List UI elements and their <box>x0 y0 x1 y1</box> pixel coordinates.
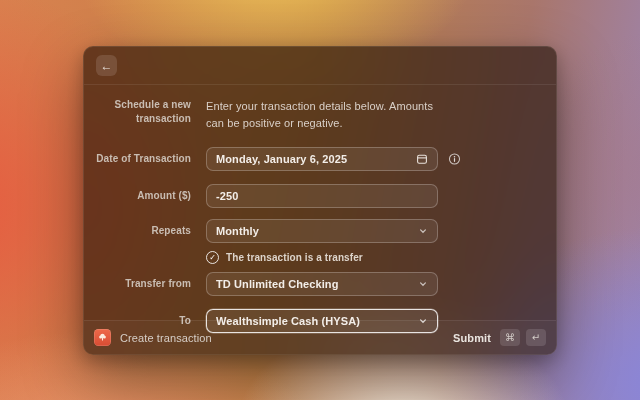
date-label: Date of Transaction <box>84 152 191 166</box>
schedule-transaction-dialog: ← Schedule a new transaction Enter your … <box>83 46 557 355</box>
amount-input[interactable] <box>206 184 438 208</box>
dialog-body: Schedule a new transaction Enter your tr… <box>84 85 556 333</box>
amount-row: Amount ($) <box>84 184 556 208</box>
transfer-checkbox[interactable]: ✓ The transaction is a transfer <box>206 251 438 264</box>
transfer-from-select[interactable]: TD Unlimited Checking <box>206 272 438 296</box>
lunch-money-app-icon <box>94 329 111 346</box>
submit-label: Submit <box>453 332 491 344</box>
date-field[interactable]: Monday, January 6, 2025 <box>206 147 438 171</box>
date-value: Monday, January 6, 2025 <box>216 153 410 165</box>
submit-button[interactable]: Submit ⌘ ↵ <box>453 329 546 346</box>
transfer-checkbox-row: ✓ The transaction is a transfer <box>84 251 556 264</box>
section-description: Enter your transaction details below. Am… <box>206 98 446 131</box>
dialog-footer: Create transaction Submit ⌘ ↵ <box>84 320 556 354</box>
repeats-select[interactable]: Monthly <box>206 219 438 243</box>
command-key-icon: ⌘ <box>500 329 520 346</box>
info-icon[interactable] <box>448 153 461 166</box>
repeats-label: Repeats <box>84 224 191 238</box>
intro-row: Schedule a new transaction Enter your tr… <box>84 98 556 131</box>
repeats-value: Monthly <box>216 225 412 237</box>
return-key-icon: ↵ <box>526 329 546 346</box>
transfer-from-label: Transfer from <box>84 277 191 291</box>
chevron-down-icon <box>418 279 428 289</box>
transfer-from-value: TD Unlimited Checking <box>216 278 412 290</box>
transfer-from-row: Transfer from TD Unlimited Checking <box>84 272 556 296</box>
back-arrow-icon: ← <box>101 59 113 73</box>
repeats-row: Repeats Monthly <box>84 219 556 243</box>
transfer-checkbox-label: The transaction is a transfer <box>226 252 363 263</box>
amount-label: Amount ($) <box>84 189 191 203</box>
footer-action-label: Create transaction <box>120 332 212 344</box>
dialog-header: ← <box>84 47 556 85</box>
date-row: Date of Transaction Monday, January 6, 2… <box>84 147 556 171</box>
checkbox-checked-icon: ✓ <box>206 251 219 264</box>
calendar-icon <box>416 153 428 165</box>
chevron-down-icon <box>418 226 428 236</box>
back-button[interactable]: ← <box>96 55 117 76</box>
section-label: Schedule a new transaction <box>84 98 191 125</box>
desktop-background: { "window": { "back_icon": "←" }, "form"… <box>0 0 640 400</box>
